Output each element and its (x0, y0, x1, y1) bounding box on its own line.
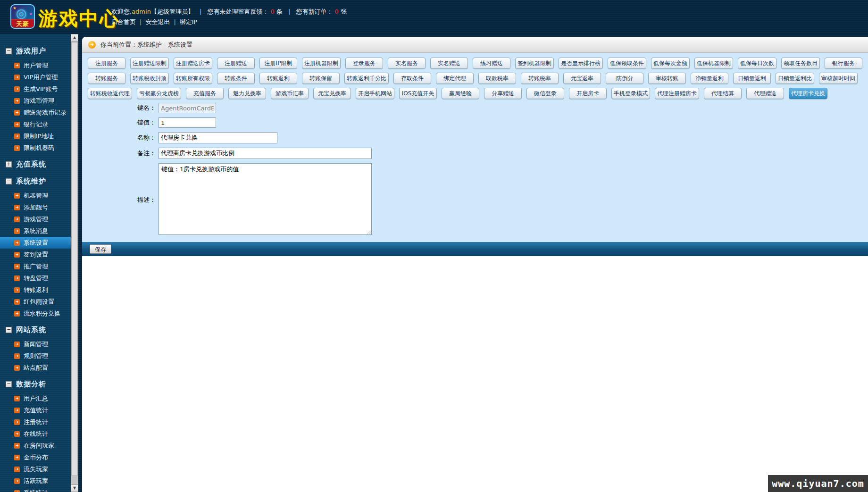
setting-tab-button[interactable]: 注册机器限制 (302, 58, 341, 69)
setting-tab-button[interactable]: 代理赠送 (746, 88, 784, 99)
setting-tab-button[interactable]: 转账税收返代理 (88, 88, 132, 99)
sidebar-item[interactable]: ➜注册统计 (0, 416, 71, 428)
setting-tab-button[interactable]: 元宝返率 (563, 73, 601, 84)
sidebar-item[interactable]: ➜规则管理 (0, 350, 71, 362)
setting-tab-button[interactable]: 充值服务 (186, 88, 224, 99)
expand-icon[interactable]: + (6, 161, 12, 167)
sidebar-item[interactable]: ➜系统消息 (0, 225, 71, 237)
setting-tab-button[interactable]: 低保机器限制 (694, 58, 733, 69)
setting-tab-button[interactable]: 元宝兑换率 (313, 88, 351, 99)
sidebar-item[interactable]: ➜赠送游戏币记录 (0, 107, 71, 118)
sidebar-item[interactable]: ➜机器管理 (0, 190, 71, 201)
setting-tab-button[interactable]: 转账保留 (302, 73, 340, 84)
sidebar-item[interactable]: ➜VIP用户管理 (0, 71, 71, 83)
sidebar-item[interactable]: ➜流失玩家 (0, 463, 71, 475)
sidebar-item[interactable]: ➜系统统计 (0, 487, 71, 492)
setting-tab-button[interactable]: 转账服务 (88, 73, 125, 84)
setting-tab-button[interactable]: 注册IP限制 (259, 58, 297, 69)
setting-tab-button[interactable]: 代理房卡兑换 (789, 88, 827, 99)
sidebar-scrollbar[interactable]: ▲ ▼ (71, 34, 78, 492)
sidebar-item[interactable]: ➜在房间玩家 (0, 440, 71, 451)
sidebar-item[interactable]: ➜用户汇总 (0, 392, 71, 404)
header-link-3[interactable]: 绑定IP (180, 18, 198, 25)
sidebar-item[interactable]: ➜红包雨设置 (0, 296, 71, 308)
setting-tab-button[interactable]: 转账返利千分比 (344, 73, 389, 84)
setting-tab-button[interactable]: 手机登录模式 (611, 88, 650, 99)
sidebar-item[interactable]: ➜新闻管理 (0, 338, 71, 350)
setting-tab-button[interactable]: 低保每次金额 (651, 58, 690, 69)
setting-tab-button[interactable]: 注册赠送 (217, 58, 255, 69)
collapse-icon[interactable]: − (6, 327, 12, 333)
collapse-icon[interactable]: − (6, 178, 12, 184)
setting-tab-button[interactable]: 日销量返利比 (776, 73, 814, 84)
setting-tab-button[interactable]: 练习赠送 (473, 58, 510, 69)
setting-tab-button[interactable]: 代理注册赠房卡 (655, 88, 699, 99)
sidebar-item[interactable]: ➜金币分布 (0, 451, 71, 463)
collapse-icon[interactable]: − (6, 381, 12, 387)
sidebar-item[interactable]: ➜系统设置 (0, 237, 71, 249)
sidebar-section-1[interactable]: −游戏用户 (0, 44, 71, 58)
setting-tab-button[interactable]: 转账税收封顶 (130, 73, 169, 84)
setting-tab-button[interactable]: 游戏币汇率 (271, 88, 309, 99)
sidebar-item[interactable]: ➜生成VIP账号 (0, 83, 71, 95)
setting-tab-button[interactable]: 审核转账 (648, 73, 686, 84)
setting-tab-button[interactable]: 低保每日次数 (738, 58, 776, 69)
setting-tab-button[interactable]: 微信登录 (526, 88, 564, 99)
setting-tab-button[interactable]: 实名赠送 (430, 58, 468, 69)
value-field[interactable] (159, 117, 216, 128)
sidebar-item[interactable]: ➜站点配置 (0, 362, 71, 374)
setting-tab-button[interactable]: 领取任务数目 (781, 58, 820, 69)
sidebar-section-3[interactable]: −系统维护 (0, 175, 71, 188)
setting-tab-button[interactable]: 代理结算 (704, 88, 742, 99)
setting-tab-button[interactable]: 防倒分 (606, 73, 643, 84)
setting-tab-button[interactable]: 低保领取条件 (608, 58, 646, 69)
setting-tab-button[interactable]: 转账返利 (259, 73, 297, 84)
setting-tab-button[interactable]: 赢局经验 (442, 88, 479, 99)
header-link-2[interactable]: 安全退出 (145, 18, 170, 25)
sidebar-item[interactable]: ➜流水积分兑换 (0, 308, 71, 319)
setting-tab-button[interactable]: 日销量返利 (733, 73, 771, 84)
setting-tab-button[interactable]: 实名服务 (388, 58, 426, 69)
setting-tab-button[interactable]: 魅力兑换率 (228, 88, 266, 99)
remark-field[interactable] (159, 148, 372, 159)
sidebar-section-4[interactable]: −网站系统 (0, 323, 71, 336)
setting-tab-button[interactable]: 注册赠送房卡 (174, 58, 212, 69)
setting-tab-button[interactable]: 开启房卡 (569, 88, 607, 99)
setting-tab-button[interactable]: 开启手机网站 (356, 88, 394, 99)
sidebar-item[interactable]: ➜银行记录 (0, 118, 71, 130)
sidebar-item[interactable]: ➜活跃玩家 (0, 475, 71, 487)
sidebar-item[interactable]: ➜推广管理 (0, 260, 71, 272)
setting-tab-button[interactable]: 注册赠送限制 (130, 58, 169, 69)
setting-tab-button[interactable]: IOS充值开关 (399, 88, 437, 99)
sidebar-section-5[interactable]: −数据分析 (0, 377, 71, 391)
sidebar-item[interactable]: ➜添加靓号 (0, 201, 71, 213)
setting-tab-button[interactable]: 是否显示排行榜 (559, 58, 603, 69)
setting-tab-button[interactable]: 银行服务 (825, 58, 862, 69)
scrollbar-thumb[interactable] (71, 42, 78, 476)
setting-tab-button[interactable]: 签到机器限制 (515, 58, 554, 69)
setting-tab-button[interactable]: 绑定代理 (436, 73, 474, 84)
scroll-up-icon[interactable]: ▲ (71, 34, 78, 42)
setting-tab-button[interactable]: 转账税率 (521, 73, 559, 84)
scroll-down-icon[interactable]: ▼ (71, 484, 78, 492)
setting-tab-button[interactable]: 审核超时时间 (819, 73, 858, 84)
setting-tab-button[interactable]: 净销量返利 (691, 73, 728, 84)
setting-tab-button[interactable]: 登录服务 (345, 58, 383, 69)
save-button[interactable]: 保存 (90, 244, 111, 254)
setting-tab-button[interactable]: 取款税率 (478, 73, 516, 84)
sidebar-section-2[interactable]: +充值系统 (0, 158, 71, 171)
collapse-icon[interactable]: − (6, 48, 12, 54)
key-field[interactable] (159, 103, 216, 113)
sidebar-item[interactable]: ➜在线统计 (0, 428, 71, 440)
setting-tab-button[interactable]: 转账条件 (217, 73, 255, 84)
setting-tab-button[interactable]: 分享赠送 (484, 88, 522, 99)
setting-tab-button[interactable]: 注册服务 (88, 58, 125, 69)
setting-tab-button[interactable]: 存取条件 (393, 73, 431, 84)
sidebar-item[interactable]: ➜充值统计 (0, 404, 71, 416)
sidebar-item[interactable]: ➜用户管理 (0, 59, 71, 71)
header-link-1[interactable]: 后台首页 (111, 18, 136, 25)
setting-tab-button[interactable]: 亏损赢分龙虎榜 (137, 88, 181, 99)
name-field[interactable] (159, 132, 277, 143)
sidebar-item[interactable]: ➜转盘管理 (0, 272, 71, 284)
sidebar-item[interactable]: ➜游戏币管理 (0, 95, 71, 107)
